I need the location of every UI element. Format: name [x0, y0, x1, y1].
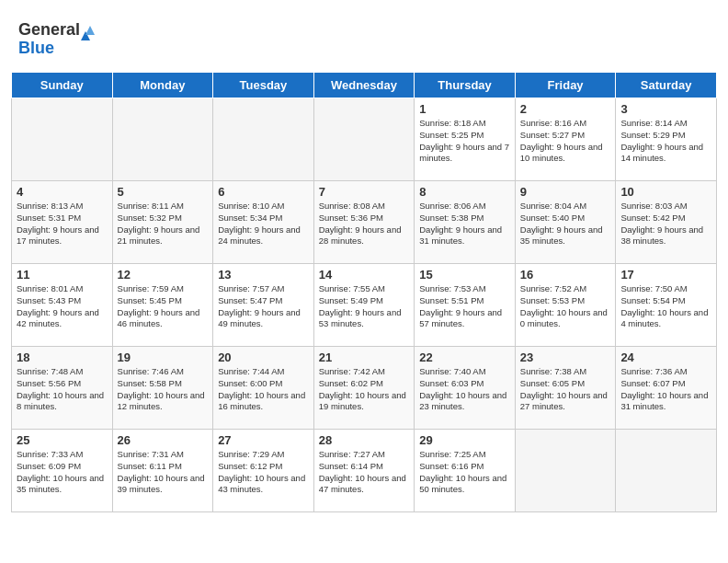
day-cell-19: 19Sunrise: 7:46 AM Sunset: 5:58 PM Dayli… — [112, 347, 213, 430]
day-number: 23 — [520, 350, 611, 364]
day-number: 29 — [419, 433, 510, 447]
day-number: 12 — [118, 268, 209, 282]
day-cell-empty — [112, 98, 213, 181]
day-cell-5: 5Sunrise: 8:11 AM Sunset: 5:32 PM Daylig… — [112, 181, 213, 264]
logo-text-block: General Blue — [18, 15, 101, 64]
day-number: 3 — [620, 102, 711, 116]
day-cell-empty — [213, 98, 314, 181]
day-number: 25 — [17, 433, 108, 447]
day-cell-17: 17Sunrise: 7:50 AM Sunset: 5:54 PM Dayli… — [616, 264, 717, 347]
day-cell-8: 8Sunrise: 8:06 AM Sunset: 5:38 PM Daylig… — [415, 181, 516, 264]
day-number: 22 — [419, 350, 510, 364]
calendar-week-row: 4Sunrise: 8:13 AM Sunset: 5:31 PM Daylig… — [12, 181, 717, 264]
day-header-saturday: Saturday — [616, 73, 717, 98]
day-cell-22: 22Sunrise: 7:40 AM Sunset: 6:03 PM Dayli… — [415, 347, 516, 430]
calendar-container: SundayMondayTuesdayWednesdayThursdayFrid… — [0, 72, 728, 523]
day-info: Sunrise: 7:48 AM Sunset: 5:56 PM Dayligh… — [17, 366, 108, 413]
day-info: Sunrise: 8:03 AM Sunset: 5:42 PM Dayligh… — [620, 201, 711, 247]
day-number: 15 — [419, 268, 510, 282]
day-info: Sunrise: 8:13 AM Sunset: 5:31 PM Dayligh… — [17, 201, 108, 247]
day-number: 13 — [218, 268, 309, 282]
day-number: 5 — [118, 185, 209, 199]
day-header-wednesday: Wednesday — [313, 73, 415, 98]
day-info: Sunrise: 7:40 AM Sunset: 6:03 PM Dayligh… — [419, 366, 510, 413]
calendar-body: 1Sunrise: 8:18 AM Sunset: 5:25 PM Daylig… — [12, 98, 717, 512]
day-cell-26: 26Sunrise: 7:31 AM Sunset: 6:11 PM Dayli… — [112, 430, 213, 512]
calendar-header-row: SundayMondayTuesdayWednesdayThursdayFrid… — [12, 73, 717, 98]
day-cell-12: 12Sunrise: 7:59 AM Sunset: 5:45 PM Dayli… — [112, 264, 213, 347]
day-number: 18 — [17, 350, 108, 364]
day-cell-15: 15Sunrise: 7:53 AM Sunset: 5:51 PM Dayli… — [415, 264, 516, 347]
day-info: Sunrise: 7:29 AM Sunset: 6:12 PM Dayligh… — [218, 449, 309, 496]
day-info: Sunrise: 8:16 AM Sunset: 5:27 PM Dayligh… — [520, 118, 611, 165]
day-cell-27: 27Sunrise: 7:29 AM Sunset: 6:12 PM Dayli… — [213, 430, 314, 512]
day-info: Sunrise: 7:53 AM Sunset: 5:51 PM Dayligh… — [419, 283, 510, 330]
day-cell-empty — [515, 430, 616, 512]
day-info: Sunrise: 7:31 AM Sunset: 6:11 PM Dayligh… — [118, 449, 209, 496]
calendar-week-row: 11Sunrise: 8:01 AM Sunset: 5:43 PM Dayli… — [12, 264, 717, 347]
calendar-table: SundayMondayTuesdayWednesdayThursdayFrid… — [11, 72, 717, 512]
day-info: Sunrise: 7:50 AM Sunset: 5:54 PM Dayligh… — [620, 283, 711, 330]
day-header-thursday: Thursday — [415, 73, 516, 98]
day-cell-16: 16Sunrise: 7:52 AM Sunset: 5:53 PM Dayli… — [515, 264, 616, 347]
day-info: Sunrise: 8:14 AM Sunset: 5:29 PM Dayligh… — [620, 118, 711, 165]
day-info: Sunrise: 8:06 AM Sunset: 5:38 PM Dayligh… — [419, 201, 510, 247]
day-number: 26 — [118, 433, 209, 447]
svg-marker-3 — [85, 26, 95, 35]
day-cell-10: 10Sunrise: 8:03 AM Sunset: 5:42 PM Dayli… — [616, 181, 717, 264]
day-header-tuesday: Tuesday — [213, 73, 314, 98]
day-number: 24 — [620, 350, 711, 364]
day-info: Sunrise: 8:10 AM Sunset: 5:34 PM Dayligh… — [218, 201, 309, 247]
day-info: Sunrise: 7:27 AM Sunset: 6:14 PM Dayligh… — [319, 449, 410, 496]
day-info: Sunrise: 7:57 AM Sunset: 5:47 PM Dayligh… — [218, 283, 309, 330]
day-number: 20 — [218, 350, 309, 364]
day-cell-20: 20Sunrise: 7:44 AM Sunset: 6:00 PM Dayli… — [213, 347, 314, 430]
day-number: 11 — [17, 268, 108, 282]
day-number: 2 — [520, 102, 611, 116]
day-cell-11: 11Sunrise: 8:01 AM Sunset: 5:43 PM Dayli… — [12, 264, 113, 347]
day-cell-empty — [616, 430, 717, 512]
day-cell-23: 23Sunrise: 7:38 AM Sunset: 6:05 PM Dayli… — [515, 347, 616, 430]
day-cell-24: 24Sunrise: 7:36 AM Sunset: 6:07 PM Dayli… — [616, 347, 717, 430]
day-info: Sunrise: 8:08 AM Sunset: 5:36 PM Dayligh… — [319, 201, 410, 247]
day-number: 16 — [520, 268, 611, 282]
day-cell-14: 14Sunrise: 7:55 AM Sunset: 5:49 PM Dayli… — [313, 264, 415, 347]
day-cell-7: 7Sunrise: 8:08 AM Sunset: 5:36 PM Daylig… — [313, 181, 415, 264]
day-number: 27 — [218, 433, 309, 447]
day-info: Sunrise: 7:59 AM Sunset: 5:45 PM Dayligh… — [118, 283, 209, 330]
svg-text:Blue: Blue — [18, 39, 54, 57]
day-number: 6 — [218, 185, 309, 199]
day-cell-4: 4Sunrise: 8:13 AM Sunset: 5:31 PM Daylig… — [12, 181, 113, 264]
day-cell-18: 18Sunrise: 7:48 AM Sunset: 5:56 PM Dayli… — [12, 347, 113, 430]
day-info: Sunrise: 7:46 AM Sunset: 5:58 PM Dayligh… — [118, 366, 209, 413]
day-number: 7 — [319, 185, 410, 199]
calendar-week-row: 18Sunrise: 7:48 AM Sunset: 5:56 PM Dayli… — [12, 347, 717, 430]
calendar-week-row: 1Sunrise: 8:18 AM Sunset: 5:25 PM Daylig… — [12, 98, 717, 181]
day-cell-21: 21Sunrise: 7:42 AM Sunset: 6:02 PM Dayli… — [313, 347, 415, 430]
day-info: Sunrise: 8:01 AM Sunset: 5:43 PM Dayligh… — [17, 283, 108, 330]
day-number: 28 — [319, 433, 410, 447]
day-cell-28: 28Sunrise: 7:27 AM Sunset: 6:14 PM Dayli… — [313, 430, 415, 512]
day-info: Sunrise: 7:36 AM Sunset: 6:07 PM Dayligh… — [620, 366, 711, 413]
day-info: Sunrise: 8:18 AM Sunset: 5:25 PM Dayligh… — [419, 118, 510, 165]
day-number: 9 — [520, 185, 611, 199]
day-info: Sunrise: 7:25 AM Sunset: 6:16 PM Dayligh… — [419, 449, 510, 496]
day-number: 4 — [17, 185, 108, 199]
day-number: 8 — [419, 185, 510, 199]
day-info: Sunrise: 8:04 AM Sunset: 5:40 PM Dayligh… — [520, 201, 611, 247]
day-number: 1 — [419, 102, 510, 116]
day-number: 17 — [620, 268, 711, 282]
page-header: General Blue — [0, 0, 728, 72]
day-info: Sunrise: 7:44 AM Sunset: 6:00 PM Dayligh… — [218, 366, 309, 413]
day-header-monday: Monday — [112, 73, 213, 98]
day-info: Sunrise: 7:38 AM Sunset: 6:05 PM Dayligh… — [520, 366, 611, 413]
calendar-week-row: 25Sunrise: 7:33 AM Sunset: 6:09 PM Dayli… — [12, 430, 717, 512]
day-info: Sunrise: 7:33 AM Sunset: 6:09 PM Dayligh… — [17, 449, 108, 496]
day-info: Sunrise: 8:11 AM Sunset: 5:32 PM Dayligh… — [118, 201, 209, 247]
day-number: 10 — [620, 185, 711, 199]
day-info: Sunrise: 7:42 AM Sunset: 6:02 PM Dayligh… — [319, 366, 410, 413]
day-number: 19 — [118, 350, 209, 364]
day-header-friday: Friday — [515, 73, 616, 98]
logo: General Blue — [18, 15, 101, 64]
day-number: 14 — [319, 268, 410, 282]
